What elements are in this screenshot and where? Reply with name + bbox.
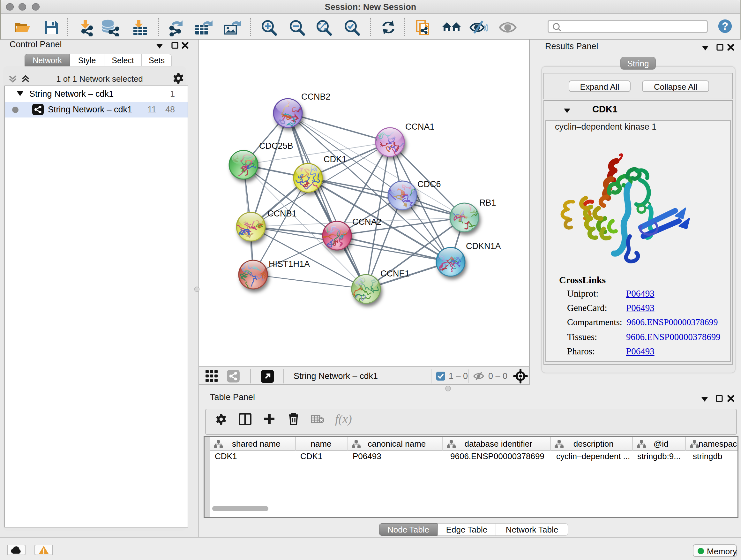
svg-text:RB1: RB1	[479, 198, 496, 207]
svg-text:CDK1: CDK1	[324, 154, 347, 164]
svg-text:CCNB2: CCNB2	[301, 92, 331, 102]
svg-text:CCNE1: CCNE1	[381, 269, 410, 278]
svg-text:?: ?	[722, 20, 728, 32]
svg-text:CDKN1A: CDKN1A	[466, 241, 501, 251]
svg-text:HIST1H1A: HIST1H1A	[269, 259, 310, 269]
svg-text:CDC25B: CDC25B	[259, 141, 293, 151]
svg-text:CCNA1: CCNA1	[405, 122, 434, 132]
svg-text:CDC6: CDC6	[417, 179, 441, 189]
svg-text:CCNB1: CCNB1	[267, 209, 297, 219]
svg-text:CCNA2: CCNA2	[352, 217, 382, 227]
